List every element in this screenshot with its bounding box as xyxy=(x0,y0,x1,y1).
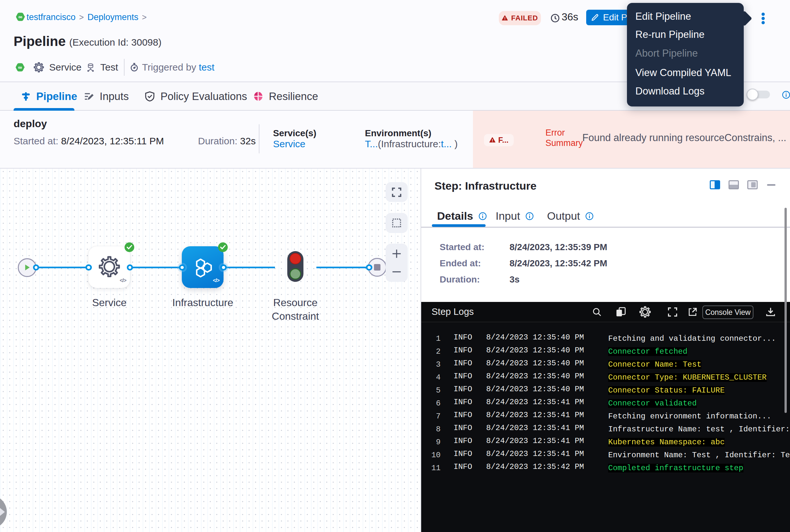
svg-text:∞: ∞ xyxy=(18,64,22,71)
svg-text:∞: ∞ xyxy=(18,14,22,20)
